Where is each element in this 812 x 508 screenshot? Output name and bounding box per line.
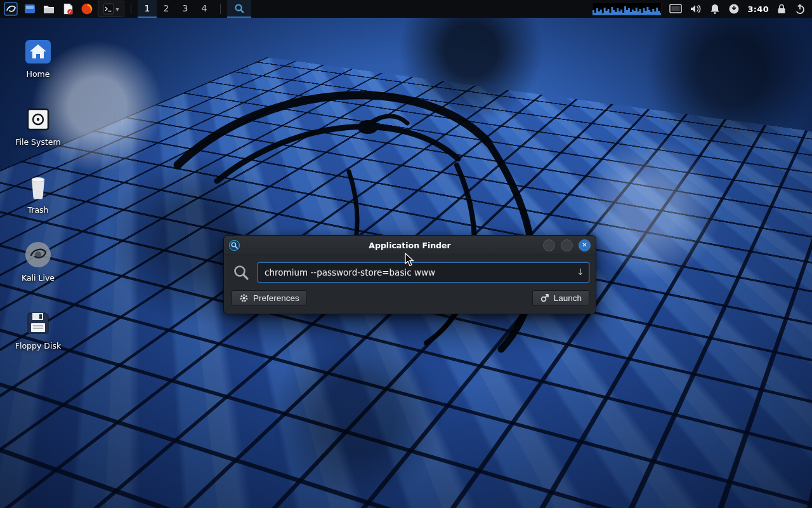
desktop-icon-kali-live[interactable]: Kali Live [6,239,70,283]
trash-icon [6,171,70,201]
gear-icon [239,293,249,303]
kali-dragon-logo [159,70,565,368]
desktop-icon-label: Home [6,69,70,79]
search-icon-large [232,263,251,282]
desktop-icon-label: Floppy Disk [6,341,70,351]
button-row: Preferences Launch [232,290,589,306]
system-tray: 3:40 [592,2,812,16]
desktop-icon-label: File System [6,137,70,147]
search-row: ↓ [232,262,589,283]
workspace-4[interactable]: 4 [195,0,214,18]
text-editor-icon[interactable] [60,1,76,17]
launch-label: Launch [554,293,582,303]
command-entry: ↓ [258,262,589,283]
window-manager-icon[interactable] [22,1,38,17]
network-monitor-graph[interactable] [592,2,662,16]
workspace-1[interactable]: 1 [138,0,157,18]
firefox-icon[interactable] [79,1,95,17]
preferences-label: Preferences [253,293,299,303]
panel-separator [131,4,131,14]
command-input[interactable] [258,267,589,277]
preferences-button[interactable]: Preferences [232,290,307,306]
minimize-button[interactable] [543,239,555,251]
taskbar-application-finder[interactable] [227,0,251,18]
workspace-switcher: 1 2 3 4 [138,0,214,18]
volume-icon[interactable] [690,3,702,15]
desktop-icon-floppy-disk[interactable]: Floppy Disk [6,307,70,351]
drive-icon [6,103,70,133]
power-icon[interactable] [794,3,806,15]
desktop-icon-label: Kali Live [6,273,70,283]
home-icon [6,35,70,65]
workspace-3[interactable]: 3 [176,0,195,18]
close-icon: ✕ [582,242,587,248]
panel-separator-2 [220,4,221,14]
clock[interactable]: 3:40 [747,4,769,14]
lock-icon[interactable] [776,3,787,15]
panel-launchers: ▾ [0,1,124,17]
terminal-launcher[interactable]: ▾ [98,1,124,17]
updates-icon[interactable] [728,3,740,15]
terminal-icon [103,3,114,15]
workspace-2[interactable]: 2 [157,0,176,18]
maximize-button[interactable] [561,239,573,251]
launch-button[interactable]: Launch [532,290,589,306]
display-icon[interactable] [669,3,682,15]
desktop-icon-trash[interactable]: Trash [6,171,70,215]
floppy-icon [6,307,70,337]
desktop-icon-home[interactable]: Home [6,35,70,79]
cd-disc-icon [6,239,70,269]
chevron-down-icon: ▾ [115,6,119,13]
desktop-icon-file-system[interactable]: File System [6,103,70,147]
dropdown-arrow-icon[interactable]: ↓ [577,267,584,277]
titlebar-buttons: ✕ [537,239,591,251]
titlebar[interactable]: Application Finder ✕ [224,236,596,255]
desktop-icon-label: Trash [6,205,70,215]
application-finder-window: Application Finder ✕ ↓ [223,235,596,314]
close-button[interactable]: ✕ [579,239,591,251]
file-manager-icon[interactable] [41,1,57,17]
kali-menu-icon[interactable] [3,1,19,17]
finder-body: ↓ Preferences Launch [224,255,596,314]
notifications-bell-icon[interactable] [709,3,721,15]
search-icon [233,3,245,14]
window-icon-application-finder [229,240,240,251]
launch-icon [540,293,549,303]
top-panel: ▾ 1 2 3 4 [0,0,812,18]
